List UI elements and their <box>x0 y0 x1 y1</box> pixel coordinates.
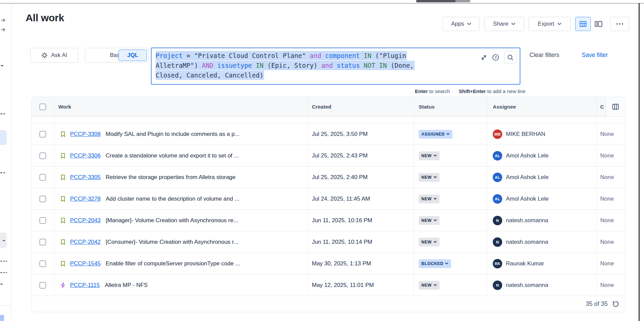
assignee-name: Amol Ashok Lele <box>506 174 549 181</box>
sidebar-item-fragment <box>3 240 5 241</box>
row-checkbox[interactable] <box>39 282 46 289</box>
svg-text:?: ? <box>494 55 497 59</box>
save-filter-button[interactable]: Save filter <box>582 52 608 59</box>
avatar: AL <box>493 173 502 182</box>
sidebar-item-fragment <box>1 65 3 66</box>
columns-icon <box>612 104 619 110</box>
export-button[interactable]: Export <box>528 17 571 31</box>
expand-editor-button[interactable] <box>481 54 487 61</box>
column-header-status[interactable]: Status <box>414 97 487 116</box>
row-checkbox[interactable] <box>39 217 46 224</box>
window-divider-line <box>0 3 644 4</box>
jql-editor-toolbar: ? <box>481 51 516 63</box>
partially-scrolled-row <box>32 117 625 123</box>
detail-view-button[interactable] <box>591 17 606 31</box>
jql-selected-text: Closed, Canceled, Cancelled) <box>156 70 264 80</box>
sidebar-item-fragment <box>3 113 5 114</box>
issue-key-link[interactable]: PCCP-3305 <box>70 174 101 181</box>
apps-button[interactable]: Apps <box>443 17 480 31</box>
refresh-button[interactable] <box>612 300 619 308</box>
status-pill[interactable]: ASSIGNED <box>419 130 452 139</box>
status-pill[interactable]: NEW <box>419 238 440 246</box>
top-bar-artifact <box>416 0 455 2</box>
table-view-button[interactable] <box>575 17 591 31</box>
chevron-down-icon <box>433 284 437 286</box>
share-button[interactable]: Share <box>484 17 524 31</box>
sidebar-item-fragment <box>0 261 2 262</box>
story-icon <box>60 196 66 202</box>
row-checkbox[interactable] <box>39 239 46 245</box>
syntax-help-button[interactable]: ? <box>492 54 499 61</box>
window-right-edge <box>639 3 640 321</box>
result-count: 35 of 35 <box>586 300 608 308</box>
sparkle-icon <box>41 52 48 59</box>
column-header-work[interactable]: Work <box>54 97 308 116</box>
status-pill[interactable]: NEW <box>419 216 440 225</box>
sidebar-item-fragment <box>3 172 5 173</box>
assignee-name: Amol Ashok Lele <box>506 152 549 159</box>
status-pill[interactable]: NEW <box>419 195 440 203</box>
row-checkbox[interactable] <box>39 174 46 181</box>
select-all-checkbox[interactable] <box>39 104 46 110</box>
more-icon <box>616 23 618 25</box>
row-checkbox[interactable] <box>39 131 46 138</box>
more-actions-button[interactable] <box>610 17 629 31</box>
category-value: None <box>600 217 614 224</box>
jql-editor[interactable]: Project = "Private Cloud Control Plane" … <box>151 48 520 85</box>
created-value: Jun 11, 2025, 10:16 PM <box>312 217 372 224</box>
chevron-down-icon <box>433 176 437 178</box>
sidebar-item-fragment <box>0 272 2 273</box>
issue-key-link[interactable]: PCCP-2043 <box>70 217 101 224</box>
refresh-icon <box>612 300 619 308</box>
run-search-button[interactable] <box>504 51 516 63</box>
sidebar-item-fragment <box>0 284 3 285</box>
story-icon <box>60 131 66 138</box>
table-row: PCCP-2042[Consumer]- Volume Creation wit… <box>32 231 625 253</box>
story-icon <box>60 239 66 245</box>
sidebar-selected-item[interactable] <box>0 130 7 145</box>
export-label: Export <box>538 21 554 27</box>
created-value: Jul 25, 2025, 2:43 PM <box>312 152 367 159</box>
chevron-down-icon <box>445 262 448 265</box>
chevron-right-icon[interactable] <box>1 18 6 24</box>
status-pill[interactable]: NEW <box>419 173 440 182</box>
query-mode-switcher: Basic JQL <box>85 48 149 63</box>
row-checkbox[interactable] <box>39 152 46 159</box>
sidebar-item-fragment <box>3 261 5 262</box>
column-header-assignee[interactable]: Assignee <box>487 97 597 116</box>
issue-key-link[interactable]: PCCP-3308 <box>70 131 101 138</box>
issue-key-link[interactable]: PCCP-3278 <box>70 196 101 202</box>
chevron-down-icon <box>467 23 471 25</box>
table-row: PCCP-3308Modify SAL and Plugin to includ… <box>32 123 625 145</box>
row-checkbox[interactable] <box>39 196 46 202</box>
issue-title: Modify SAL and Plugin to include comment… <box>106 131 239 138</box>
hint-enter-key: Enter <box>415 88 428 94</box>
chevron-down-icon <box>433 219 437 222</box>
table-row: PCCP-1545Enable filter of computeServer … <box>32 253 625 274</box>
ask-ai-button[interactable]: Ask AI <box>30 48 78 63</box>
assignee-name: natesh.somanna <box>506 282 548 289</box>
issue-key-link[interactable]: PCCP-3306 <box>70 152 101 159</box>
status-pill[interactable]: NEW <box>419 151 440 160</box>
mode-jql-tab[interactable]: JQL <box>119 50 147 61</box>
sidebar-bottom-fragment <box>0 315 4 321</box>
expand-icon <box>481 54 487 61</box>
assignee-name: Amol Ashok Lele <box>506 196 549 202</box>
sidebar-item-fragment <box>6 272 7 273</box>
column-header-created[interactable]: Created <box>308 97 414 116</box>
issue-title: Create a standalone volume and export it… <box>106 152 239 159</box>
chevron-right-icon[interactable] <box>1 27 6 33</box>
window-top-strip <box>0 0 644 3</box>
help-icon: ? <box>492 54 499 61</box>
table-rows: PCCP-3308Modify SAL and Plugin to includ… <box>32 123 625 296</box>
issue-title: Add cluster name to the description of v… <box>106 196 239 202</box>
row-checkbox[interactable] <box>39 260 46 267</box>
issue-key-link[interactable]: PCCP-1545 <box>70 260 101 267</box>
avatar: N <box>493 237 502 247</box>
status-pill[interactable]: NEW <box>419 281 440 290</box>
issue-key-link[interactable]: PCCP-2042 <box>70 239 101 245</box>
status-pill[interactable]: BLOCKED <box>419 259 451 268</box>
clear-filters-button[interactable]: Clear filters <box>529 52 559 59</box>
issue-key-link[interactable]: PCCP-1115 <box>70 282 100 289</box>
configure-columns-button[interactable] <box>605 97 625 116</box>
